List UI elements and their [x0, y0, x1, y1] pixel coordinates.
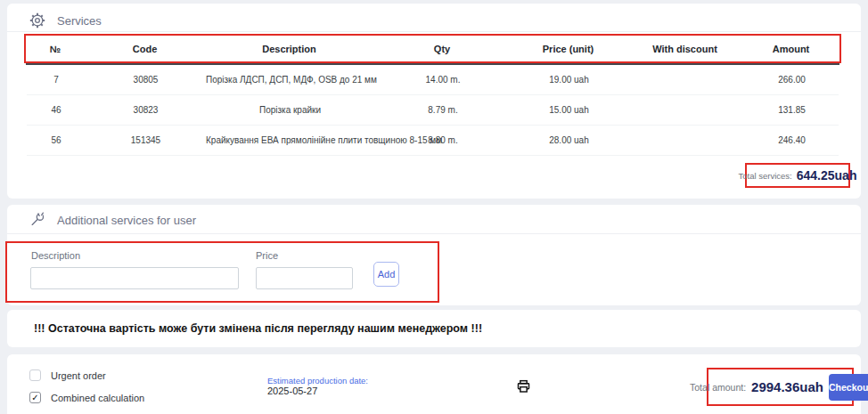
- services-title: Services: [57, 14, 102, 28]
- combined-calculation-checkbox[interactable]: ✓: [29, 392, 41, 403]
- cell-number: 7: [27, 75, 86, 85]
- estimated-production-date-value: 2025-05-27: [267, 386, 317, 396]
- services-header: Services: [29, 12, 102, 29]
- cell-amount: 246.40: [745, 135, 839, 145]
- services-table-body: 7 30805 Порізка ЛДСП, ДСП, МДФ, OSB до 2…: [27, 65, 839, 156]
- cell-description: Крайкування ЕВА прямолінійне плити товщи…: [206, 135, 374, 145]
- total-amount-label: Total amount:: [690, 382, 746, 393]
- additional-header-divider: [7, 233, 861, 234]
- cell-amount: 266.00: [745, 75, 839, 85]
- cell-price-unit: 15.00 uah: [512, 105, 626, 115]
- cell-qty: 8.79 m.: [374, 105, 512, 115]
- warning-panel: !!! Остаточна вартість може бути змінена…: [7, 310, 861, 347]
- column-header-amount: Amount: [744, 44, 838, 54]
- table-header-row: № Code Description Qty Price (unit) With…: [26, 44, 838, 54]
- column-header-price-unit: Price (unit): [511, 44, 626, 54]
- additional-services-title: Additional services for user: [57, 214, 196, 227]
- additional-service-form-annotation-box: Description Price Add: [5, 241, 439, 303]
- urgent-order-checkbox[interactable]: [29, 369, 41, 381]
- price-field-label: Price: [256, 250, 278, 261]
- cell-number: 46: [27, 105, 86, 115]
- cell-code: 30823: [86, 105, 206, 115]
- total-amount-annotation-box: Total amount: 2994.36uah Checkout: [707, 368, 854, 406]
- cell-description: Порізка ЛДСП, ДСП, МДФ, OSB до 21 мм: [206, 75, 374, 85]
- combined-calculation-label: Combined calculation: [51, 393, 144, 403]
- manager-review-warning: !!! Остаточна вартість може бути змінена…: [34, 310, 482, 347]
- column-header-with-discount: With discount: [626, 44, 744, 54]
- table-row: 46 30823 Порізка крайки 8.79 m. 15.00 ua…: [27, 95, 839, 126]
- column-header-number: №: [26, 44, 85, 54]
- table-header-annotation-box: № Code Description Qty Price (unit) With…: [24, 34, 841, 63]
- total-amount-value: 2994.36uah: [751, 379, 823, 394]
- description-field-label: Description: [31, 250, 80, 261]
- cell-qty: 14.00 m.: [374, 75, 512, 85]
- add-service-button[interactable]: Add: [373, 262, 399, 287]
- gear-icon: [29, 12, 46, 29]
- description-input[interactable]: [30, 267, 239, 289]
- services-header-divider: [7, 31, 861, 32]
- price-input[interactable]: [256, 267, 353, 289]
- total-services-label: Total services:: [739, 171, 792, 181]
- column-header-description: Description: [205, 44, 373, 54]
- column-header-code: Code: [85, 44, 205, 54]
- additional-services-header: Additional services for user: [29, 211, 196, 229]
- estimated-production-date-label: Estimated production date:: [267, 376, 368, 386]
- cell-code: 151345: [86, 135, 206, 145]
- print-button[interactable]: [516, 378, 534, 394]
- total-services-value: 644.25uah: [797, 168, 857, 183]
- checkout-button[interactable]: Checkout: [829, 374, 868, 401]
- total-services-annotation-box: Total services: 644.25uah: [745, 163, 850, 188]
- cell-amount: 131.85: [745, 105, 839, 115]
- cell-price-unit: 19.00 uah: [512, 75, 626, 85]
- table-row: 7 30805 Порізка ЛДСП, ДСП, МДФ, OSB до 2…: [27, 65, 839, 95]
- cell-number: 56: [27, 135, 86, 145]
- order-services-page: { "services": { "title": "Services", "ta…: [0, 0, 868, 414]
- wrench-icon: [29, 211, 46, 229]
- table-row: 56 151345 Крайкування ЕВА прямолінійне п…: [27, 126, 839, 156]
- combined-checkmark: ✓: [31, 393, 38, 402]
- cell-qty: 8.80 m.: [374, 135, 512, 145]
- printer-icon: [516, 379, 534, 394]
- cell-price-unit: 28.00 uah: [512, 135, 626, 145]
- cell-description: Порізка крайки: [206, 105, 374, 115]
- column-header-qty: Qty: [373, 44, 511, 54]
- cell-code: 30805: [86, 75, 206, 85]
- urgent-order-label: Urgent order: [51, 370, 106, 381]
